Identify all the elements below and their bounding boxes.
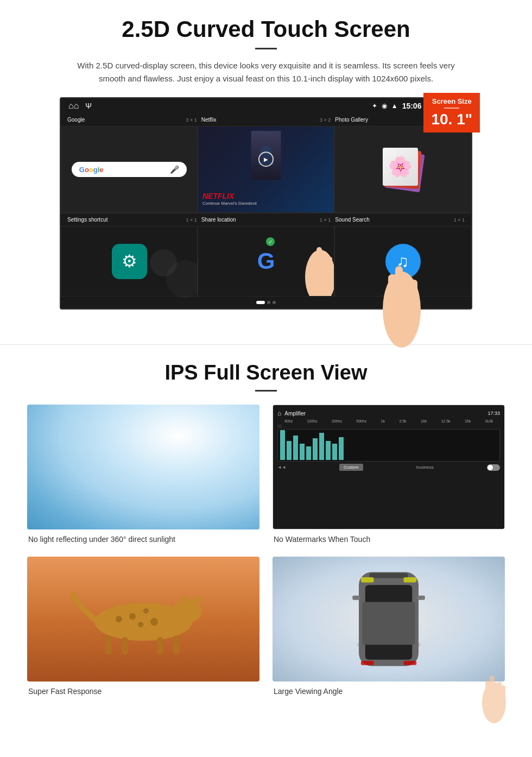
share-app-name: Share location	[201, 217, 236, 223]
app-grid-row2: ⚙ G ✓	[61, 226, 471, 297]
settings-widget[interactable]: ⚙	[61, 226, 198, 297]
section-curved-screen: 2.5D Curved Touch Screen With 2.5D curve…	[0, 0, 532, 323]
music-icon-wrap: ♫	[385, 244, 421, 279]
cheetah-image	[27, 557, 259, 682]
svg-rect-22	[173, 635, 180, 654]
badge-divider	[444, 108, 459, 109]
svg-rect-2	[312, 253, 318, 277]
section2-title: IPS Full Screen View	[27, 361, 505, 384]
sound-app-name: Sound Search	[335, 217, 369, 223]
eq-band-200hz: 200hz	[332, 419, 342, 423]
equalizer-image: ⌂ Amplifier 17:33 60hz 100hz 200hz 500hz…	[273, 405, 505, 529]
status-time: 15:06	[402, 102, 422, 110]
sunlight-label: No light reflecting under 360° direct su…	[27, 535, 259, 544]
google-check: ✓	[266, 237, 275, 246]
netflix-logo: NETFLIX	[202, 192, 234, 200]
share-app-size: 1 × 1	[320, 217, 331, 223]
eq-toggle-knob	[487, 465, 493, 470]
eq-band-100hz: 100hz	[307, 419, 318, 423]
svg-point-23	[129, 613, 136, 620]
svg-point-16	[172, 599, 202, 623]
flower-emoji: 🌸	[388, 155, 413, 178]
share-label-cell: Share location 1 × 1	[199, 217, 333, 223]
section1-divider	[255, 48, 277, 49]
google-search-bar[interactable]: Google 🎤	[72, 162, 187, 177]
svg-rect-35	[370, 573, 408, 578]
settings-app-name: Settings shortcut	[67, 217, 107, 223]
eq-top-bar: ⌂ Amplifier 17:33	[277, 409, 500, 417]
eq-custom-btn[interactable]: Custom	[339, 464, 363, 471]
app-labels-row2: Settings shortcut 1 × 1 Share location 1…	[61, 213, 471, 226]
netflix-widget[interactable]: 👤 ▶ NETFLIX Continue Marvel's Daredevil	[198, 126, 334, 213]
eq-arrow-left: ◄◄	[277, 465, 286, 470]
settings-icon: ⚙	[112, 244, 147, 279]
svg-point-26	[138, 622, 143, 627]
app-labels-row1: Google 3 × 1 Netflix 3 × 2 Photo Gallery…	[61, 113, 471, 126]
eq-scale: 10	[277, 424, 500, 428]
eq-bar-4	[300, 444, 305, 460]
share-location-widget[interactable]: G ✓	[198, 226, 334, 297]
eq-band-labels: 60hz 100hz 200hz 500hz 1k 2.5k 10k 12.5k…	[277, 419, 500, 423]
car-svg	[345, 559, 432, 679]
svg-rect-34	[417, 596, 425, 600]
gallery-card-1: 🌸	[383, 148, 418, 186]
sunlight-gradient	[27, 405, 259, 529]
home-icon[interactable]: ⌂	[68, 101, 79, 111]
gear-icon: ⚙	[122, 251, 137, 272]
sound-app-size: 1 × 1	[454, 217, 465, 223]
svg-point-27	[116, 616, 122, 622]
svg-marker-18	[181, 594, 189, 600]
svg-marker-17	[192, 595, 203, 601]
svg-rect-4	[327, 257, 332, 277]
netflix-label-cell: Netflix 3 × 2	[199, 117, 333, 123]
eq-band-60hz: 60hz	[284, 419, 293, 423]
sound-search-widget[interactable]: ♫	[334, 226, 471, 297]
eq-bar-3	[293, 436, 298, 460]
status-bar: ⌂ Ψ ✦ ◉ ▲ 15:06 ⊙ ◄) ⊠ ▭	[61, 98, 471, 113]
mic-icon[interactable]: 🎤	[170, 165, 179, 174]
eq-home-icon: ⌂	[277, 409, 281, 417]
feature-equalizer: ⌂ Amplifier 17:33 60hz 100hz 200hz 500hz…	[273, 405, 505, 544]
wifi-icon: ▲	[391, 102, 398, 110]
pagination-dots	[61, 297, 471, 308]
feature-grid: No light reflecting under 360° direct su…	[27, 405, 505, 696]
netflix-app-name: Netflix	[201, 117, 217, 123]
netflix-subtitle: Continue Marvel's Daredevil	[202, 201, 257, 206]
google-g-letter: G	[257, 248, 275, 274]
eq-screen: ⌂ Amplifier 17:33 60hz 100hz 200hz 500hz…	[273, 405, 504, 529]
eq-toggle[interactable]	[487, 464, 500, 471]
eq-band-125k: 12.5k	[441, 419, 450, 423]
section1-title: 2.5D Curved Touch Screen	[33, 16, 499, 42]
cheetah-label: Super Fast Response	[27, 687, 259, 696]
badge-size: 10. 1"	[431, 111, 472, 128]
device-screen: ⌂ Ψ ✦ ◉ ▲ 15:06 ⊙ ◄) ⊠ ▭ Google	[60, 97, 472, 310]
eq-bar-2	[287, 441, 292, 460]
cheetah-bg	[27, 557, 259, 682]
dot-2	[267, 301, 270, 304]
gallery-widget[interactable]: 🌸	[334, 126, 471, 213]
eq-bars-container	[277, 429, 500, 462]
svg-point-24	[143, 608, 149, 614]
svg-rect-21	[157, 637, 163, 654]
eq-time: 17:33	[487, 411, 500, 416]
section2-divider	[255, 390, 277, 392]
feature-sunlight: No light reflecting under 360° direct su…	[27, 405, 259, 544]
eq-title: Amplifier	[284, 411, 306, 417]
eq-bar-7	[319, 433, 324, 460]
screen-container: Screen Size 10. 1" ⌂ Ψ ✦ ◉ ▲ 15:06 ⊙ ◄)	[60, 97, 472, 310]
location-icon: ◉	[382, 102, 387, 110]
usb-icon: Ψ	[85, 102, 92, 110]
google-widget[interactable]: Google 🎤	[61, 126, 198, 213]
screen-size-badge: Screen Size 10. 1"	[423, 93, 480, 133]
eq-band-15k: 15k	[465, 419, 471, 423]
google-app-name: Google	[67, 117, 85, 123]
cheetah-svg	[62, 578, 225, 660]
feature-car: Large Viewing Angle	[273, 557, 505, 696]
netflix-app-size: 3 × 2	[320, 117, 331, 123]
eq-bar-1	[280, 430, 285, 460]
eq-bottom-controls: ◄◄ Custom loudness	[277, 464, 500, 471]
eq-band-10k: 10k	[421, 419, 427, 423]
eq-band-sub: SUB	[485, 419, 492, 423]
netflix-play-btn[interactable]: ▶	[258, 152, 274, 167]
settings-app-size: 1 × 1	[186, 217, 197, 223]
